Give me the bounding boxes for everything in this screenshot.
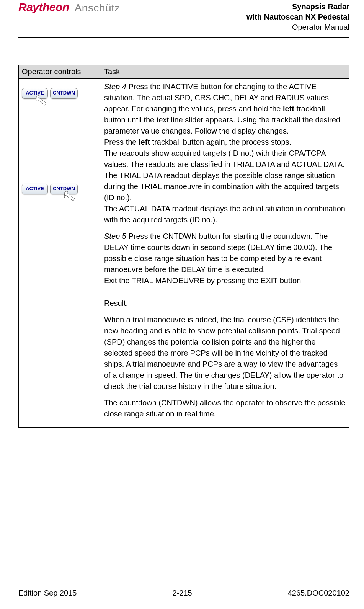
content: Operator controls Task ACTIVE CNTDWN xyxy=(18,65,349,428)
step-5-label: Step 5 xyxy=(104,232,126,240)
cursor-arrow-icon xyxy=(35,95,47,106)
col-header-task: Task xyxy=(101,65,349,79)
task-cell: Step 4 Press the INACTIVE button for cha… xyxy=(101,79,349,428)
control-illustration-2: ACTIVE CNTDWN xyxy=(22,184,98,203)
svg-marker-0 xyxy=(36,95,46,105)
step-4-para-5: The ACTUAL DATA readout displays the act… xyxy=(104,203,346,225)
result-label: Result: xyxy=(104,298,346,309)
anschutz-logo: Anschütz xyxy=(75,2,120,14)
control-illustration-1: ACTIVE CNTDWN xyxy=(22,88,98,107)
step-5-para-1: Step 5 Press the CNTDWN button for start… xyxy=(104,231,346,275)
active-button: ACTIVE xyxy=(22,184,48,194)
procedure-table: Operator controls Task ACTIVE CNTDWN xyxy=(18,65,349,428)
footer-edition: Edition Sep 2015 xyxy=(18,589,77,598)
step-4-label: Step 4 xyxy=(104,82,126,91)
cntdwn-button: CNTDWN xyxy=(50,88,78,99)
step-4-para-1: Step 4 Press the INACTIVE button for cha… xyxy=(104,81,346,137)
col-header-controls: Operator controls xyxy=(19,65,101,79)
page-header: Raytheon Anschütz Synapsis Radar with Na… xyxy=(18,0,349,38)
title-line-2: with Nautoscan NX Pedestal xyxy=(246,12,349,22)
footer-page-number: 2-215 xyxy=(172,589,192,598)
controls-cell: ACTIVE CNTDWN ACTIVE CNTDWN xyxy=(19,79,101,428)
title-line-3: Operator Manual xyxy=(246,22,349,33)
step-5-para-2: Exit the TRIAL MANOEUVRE by pressing the… xyxy=(104,275,346,286)
result-para-1: When a trial manoeuvre is added, the tri… xyxy=(104,314,346,392)
svg-marker-1 xyxy=(64,191,75,201)
footer-doc-id: 4265.DOC020102 xyxy=(288,589,349,598)
logo-group: Raytheon Anschütz xyxy=(18,2,120,15)
cursor-arrow-icon xyxy=(63,191,75,202)
step-4-para-3: The readouts show acquired targets (ID n… xyxy=(104,148,346,170)
title-line-1: Synapsis Radar xyxy=(246,2,349,12)
step-4-para-4: The TRIAL DATA readout displays the poss… xyxy=(104,170,346,203)
raytheon-logo: Raytheon xyxy=(18,1,69,14)
page-footer: Edition Sep 2015 2-215 4265.DOC020102 xyxy=(18,583,349,598)
step-4-para-2: Press the left trackball button again, t… xyxy=(104,137,346,148)
result-para-2: The countdown (CNTDWN) allows the operat… xyxy=(104,397,346,420)
doc-title: Synapsis Radar with Nautoscan NX Pedesta… xyxy=(246,2,349,33)
